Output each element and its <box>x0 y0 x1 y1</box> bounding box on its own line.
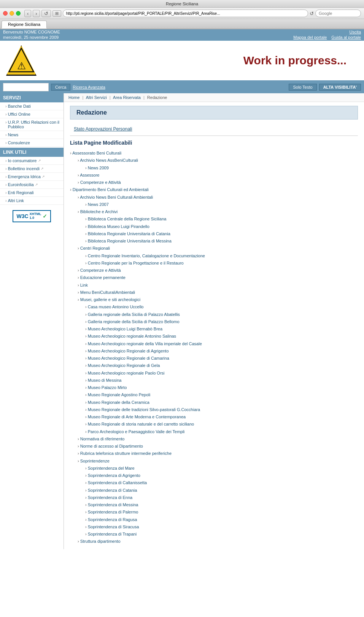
list-item[interactable]: › Rubrica telefonica strutture intermedi… <box>70 450 358 457</box>
list-item[interactable]: › Educazione permanente <box>70 274 358 281</box>
cerca-button[interactable]: Cerca <box>51 84 70 91</box>
sidebar-item-news[interactable]: › News <box>0 131 64 139</box>
browser-search-input[interactable] <box>315 10 361 17</box>
list-item[interactable]: › Assessore <box>70 172 358 179</box>
list-item[interactable]: › Soprintendenza del Mare <box>70 465 358 472</box>
chevron-icon: › <box>5 104 7 108</box>
list-item[interactable]: › Museo di Messina <box>70 377 358 384</box>
list-item[interactable]: › Galleria regionale della Sicilia di Pa… <box>70 318 358 325</box>
sidebar-item-altri-link[interactable]: › Altri Link <box>0 197 64 205</box>
list-item[interactable]: › Galleria regionale della Sicilia di Pa… <box>70 311 358 318</box>
reload-button[interactable]: ↺ <box>41 10 51 17</box>
list-item[interactable]: › Biblioteca Regionale Universitaria di … <box>70 230 358 238</box>
sidebar-item-bollettino[interactable]: › Bollettino incendi ↗ <box>0 165 64 173</box>
list-item[interactable]: › Soprintendenze <box>70 458 358 465</box>
list-item[interactable]: › Soprintendenza di Palermo <box>70 509 358 516</box>
work-in-progress-text: Work in progress... <box>37 54 358 67</box>
guida-portale-link[interactable]: Guida al portale <box>331 35 361 40</box>
list-item[interactable]: › Normativa di riferimento <box>70 435 358 443</box>
list-item[interactable]: › Assessorato Beni Culturali <box>70 150 358 157</box>
list-item[interactable]: › Biblioteca Centrale della Regione Sici… <box>70 215 358 223</box>
list-item[interactable]: › Soprintendenza di Enna <box>70 494 358 501</box>
alta-visibilita-button[interactable]: ALTA VISIBILITA' <box>319 84 361 91</box>
list-item[interactable]: › Centro Regionale per la Progettazione … <box>70 260 358 267</box>
ricerca-avanzata-link[interactable]: Ricerca Avanzata <box>73 85 105 89</box>
sidebar-item-consumatore[interactable]: › Io consumatore ↗ <box>0 157 64 165</box>
stato-approvazioni-link[interactable]: Stato Approvazioni Personali <box>70 125 358 133</box>
list-item[interactable]: › Museo Archeologico Regionale di Agrige… <box>70 348 358 355</box>
search-input-main[interactable] <box>3 83 49 91</box>
list-item[interactable]: › Biblioteca Regionale Universitaria di … <box>70 238 358 245</box>
list-item[interactable]: › Centro Regionale Inventario, Catalogaz… <box>70 252 358 260</box>
url-bar[interactable] <box>63 10 308 17</box>
arrow-icon: › <box>78 290 80 295</box>
list-item[interactable]: › News 2007 <box>70 201 358 208</box>
traffic-light-red[interactable] <box>3 11 8 16</box>
list-item[interactable]: › Competenze e Attività <box>70 179 358 186</box>
breadcrumb-home[interactable]: Home <box>68 95 79 100</box>
nav-back-button[interactable]: ‹ <box>24 10 31 17</box>
list-item[interactable]: › Museo Archeologico Luigi Bernabò Brea <box>70 325 358 333</box>
solo-testo-button[interactable]: Solo Testo <box>289 84 316 91</box>
list-item[interactable]: › Soprintendenza di Caltanissetta <box>70 479 358 486</box>
list-item[interactable]: › Museo Palazzo Mirto <box>70 384 358 391</box>
list-item[interactable]: › Soprintendenza di Siracusa <box>70 523 358 531</box>
sidebar-item-uffici-online[interactable]: › Uffici Online <box>0 110 64 118</box>
list-item[interactable]: › Museo Regionale della Ceramica <box>70 399 358 406</box>
breadcrumb-area-riservata[interactable]: Area Riservata <box>113 95 141 100</box>
list-item[interactable]: › Biblioteca Museo Luigi Pirandello <box>70 223 358 230</box>
uscita-link[interactable]: Uscita <box>349 30 361 34</box>
browser-title-bar: Regione Siciliana ‹ › ↺ ⊞ ↺ Regione Sici… <box>0 0 364 29</box>
list-item[interactable]: › News 2009 <box>70 164 358 172</box>
traffic-light-green[interactable] <box>16 11 21 16</box>
sidebar-item-emergenza[interactable]: › Emergenza Idrica ↗ <box>0 173 64 181</box>
page-wrapper: Benvenuto NOME COGNOME Uscita mercoledì,… <box>0 29 364 549</box>
list-item[interactable]: › Menu BeniCulturaliAmbientali <box>70 289 358 296</box>
list-item[interactable]: › Soprintendenza di Messina <box>70 501 358 509</box>
list-item[interactable]: › Museo Archeologico regionale della Vil… <box>70 340 358 348</box>
list-item[interactable]: › Biblioteche e Archivi <box>70 208 358 215</box>
mappa-portale-link[interactable]: Mappa del portale <box>293 35 327 40</box>
list-item[interactable]: › Struttura dipartimento <box>70 538 358 545</box>
arrow-icon: › <box>85 253 88 258</box>
list-item[interactable]: › Casa museo Antonino Uccello <box>70 303 358 311</box>
w3c-badge[interactable]: W3C XHTML 1.0 ✓ <box>13 210 51 222</box>
breadcrumb-redazione: Redazione <box>147 95 167 100</box>
list-item[interactable]: › Musei, gallerie e siti archeologici <box>70 296 358 303</box>
list-item[interactable]: › Museo Archeologico Regionale di Camari… <box>70 355 358 362</box>
list-item[interactable]: › Dipartimento Beni Culturali ed Ambient… <box>70 186 358 193</box>
list-item[interactable]: › Soprintendenza di Catania <box>70 487 358 494</box>
browser-tab-active[interactable]: Regione Siciliana <box>2 21 47 29</box>
list-item[interactable]: › Soprintendenza di Ragusa <box>70 516 358 523</box>
sidebar-item-enti[interactable]: › Enti Regionali <box>0 189 64 197</box>
list-item[interactable]: › Museo Archeologico regionale Antonino … <box>70 333 358 340</box>
page-title: Redazione <box>76 109 107 116</box>
traffic-light-yellow[interactable] <box>10 11 14 16</box>
list-item[interactable]: › Museo Regionale di Arte Moderna e Cont… <box>70 413 358 421</box>
browser-reload-icon[interactable]: ↺ <box>310 11 314 16</box>
sidebar-item-urp[interactable]: › U.R.P. Uffici Relazioni con il Pubblic… <box>0 118 64 131</box>
list-item[interactable]: › Museo Archeologico Regionale di Gela <box>70 362 358 369</box>
list-item[interactable]: › Archivio News Beni Culturali Ambiental… <box>70 194 358 201</box>
arrow-icon: › <box>85 239 88 243</box>
list-item[interactable]: › Soprintendenza di Agrigento <box>70 472 358 479</box>
list-item[interactable]: › Link <box>70 282 358 289</box>
list-item[interactable]: › Competenze e Attività <box>70 267 358 274</box>
grid-button[interactable]: ⊞ <box>52 10 61 17</box>
nav-forward-button[interactable]: › <box>33 10 40 17</box>
list-item[interactable]: › Parco Archeologico e Paesaggistico Val… <box>70 428 358 435</box>
sidebar-item-consulenze[interactable]: › Consulenze <box>0 139 64 147</box>
sidebar-item-euroinfo[interactable]: › Euroinfosicilia ↗ <box>0 181 64 189</box>
arrow-icon: › <box>85 378 88 383</box>
list-item[interactable]: › Norme di accesso al Dipartimento <box>70 443 358 450</box>
sidebar-item-banche-dati[interactable]: › Banche Dati <box>0 102 64 110</box>
list-item[interactable]: › Centri Regionali <box>70 245 358 252</box>
list-item[interactable]: › Museo Regionale delle tradizioni Silvo… <box>70 406 358 413</box>
breadcrumb-sep-3: | <box>143 95 145 100</box>
list-item[interactable]: › Museo Regionale di storia naturale e d… <box>70 421 358 428</box>
list-item[interactable]: › Archivio News AssBeniCulturali <box>70 157 358 164</box>
list-item[interactable]: › Museo Regionale Agostino Pepoli <box>70 391 358 399</box>
breadcrumb-altri-servizi[interactable]: Altri Servizi <box>86 95 107 100</box>
list-item[interactable]: › Museo Archeologico regionale Paolo Ors… <box>70 370 358 377</box>
list-item[interactable]: › Soprintendenza di Trapani <box>70 531 358 538</box>
